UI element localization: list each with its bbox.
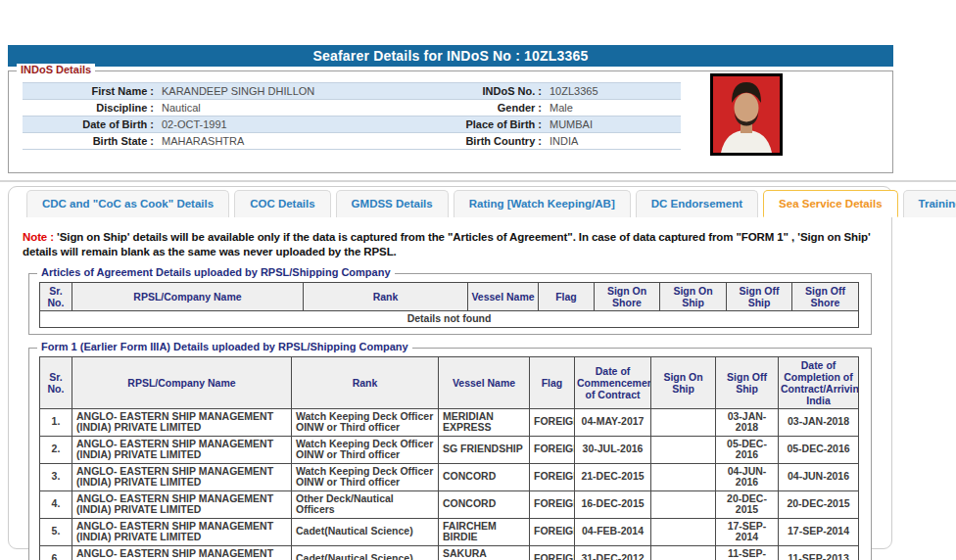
indos-row: Discipline : Nautical Gender : Male bbox=[23, 100, 681, 117]
table-row: 4. ANGLO- EASTERN SHIP MANAGEMENT (INDIA… bbox=[40, 490, 859, 518]
first-name-value: KARANDEEP SINGH DHILLON bbox=[158, 83, 405, 100]
cell-sign-on-ship bbox=[651, 408, 716, 436]
col-sr-no: Sr. No. bbox=[40, 356, 72, 408]
note-text: 'Sign on Ship' details will be available… bbox=[23, 231, 871, 257]
seafarer-portrait-graphic bbox=[713, 76, 780, 153]
cell-vessel: CONCORD bbox=[439, 463, 530, 490]
page-title: Seafarer Details for INDoS No : 10ZL3365 bbox=[8, 45, 893, 67]
cell-flag: FOREIGN bbox=[530, 408, 575, 436]
first-name-label: First Name : bbox=[23, 83, 158, 100]
cell-sr: 3. bbox=[40, 463, 72, 490]
top-whitespace bbox=[0, 0, 956, 45]
cell-sr: 6. bbox=[40, 545, 72, 560]
col-sign-on-ship: Sign On Ship bbox=[660, 283, 727, 311]
cell-completion: 20-DEC-2015 bbox=[779, 490, 859, 518]
cell-sign-off-ship: 04-JUN-2016 bbox=[716, 463, 779, 490]
col-flag: Flag bbox=[539, 283, 595, 311]
col-sign-off-ship: Sign Off Ship bbox=[716, 356, 779, 408]
indos-row: Birth State : MAHARASHTRA Birth Country … bbox=[23, 133, 681, 150]
cell-rank: Cadet(Nautical Science) bbox=[292, 518, 439, 545]
cell-company: ANGLO- EASTERN SHIP MANAGEMENT (INDIA) P… bbox=[72, 408, 292, 436]
col-sr-no: Sr. No. bbox=[40, 283, 72, 311]
cell-sign-off-ship: 11-SEP-2013 bbox=[716, 545, 779, 560]
tab-content-panel: CDC and "CoC as Cook" Details COC Detail… bbox=[8, 186, 892, 549]
cell-vessel: FAIRCHEM BIRDIE bbox=[439, 518, 530, 545]
cell-company: ANGLO- EASTERN SHIP MANAGEMENT (INDIA) P… bbox=[72, 490, 292, 518]
articles-empty-row: Details not found bbox=[40, 311, 859, 328]
tab-coc-details[interactable]: COC Details bbox=[234, 190, 330, 217]
table-row: 5. ANGLO- EASTERN SHIP MANAGEMENT (INDIA… bbox=[40, 518, 859, 545]
tab-dc-endorsement[interactable]: DC Endorsement bbox=[636, 190, 758, 217]
cell-sign-on-ship bbox=[651, 490, 716, 518]
cell-commencement: 16-DEC-2015 bbox=[575, 490, 651, 518]
cell-sr: 5. bbox=[40, 518, 72, 545]
tab-bar: CDC and "CoC as Cook" Details COC Detail… bbox=[19, 190, 882, 217]
indos-row: First Name : KARANDEEP SINGH DHILLON IND… bbox=[23, 83, 681, 100]
dob-label: Date of Birth : bbox=[23, 117, 158, 133]
cell-rank: Watch Keeping Deck Officer OINW or Third… bbox=[292, 408, 439, 436]
cell-sr: 2. bbox=[40, 436, 72, 463]
birth-state-value: MAHARASHTRA bbox=[158, 133, 405, 150]
articles-of-agreement-fieldset: Articles of Agreement Details uploaded b… bbox=[28, 273, 872, 335]
col-date-commencement: Date of Commencement of Contract bbox=[575, 356, 651, 408]
cell-flag: FOREIGN bbox=[530, 436, 575, 463]
indos-no-label: INDoS No. : bbox=[405, 83, 546, 100]
cell-commencement: 31-DEC-2012 bbox=[575, 545, 651, 560]
cell-company: ANGLO- EASTERN SHIP MANAGEMENT (INDIA) P… bbox=[72, 518, 292, 545]
col-sign-on-shore: Sign On Shore bbox=[595, 283, 660, 311]
dob-value: 02-OCT-1991 bbox=[158, 117, 405, 133]
cell-rank: Watch Keeping Deck Officer OINW or Third… bbox=[292, 463, 439, 490]
cell-sign-on-ship bbox=[651, 545, 716, 560]
note-prefix: Note : bbox=[23, 231, 54, 243]
cell-company: ANGLO- EASTERN SHIP MANAGEMENT (INDIA) P… bbox=[72, 463, 292, 490]
form1-fieldset: Form 1 (Earlier Form IIIA) Details uploa… bbox=[28, 348, 872, 560]
cell-vessel: MERIDIAN EXPRESS bbox=[439, 408, 530, 436]
cell-sign-off-ship: 03-JAN-2018 bbox=[716, 408, 779, 436]
discipline-label: Discipline : bbox=[23, 100, 158, 117]
cell-vessel: SG FRIENDSHIP bbox=[439, 436, 530, 463]
cell-company: ANGLO- EASTERN SHIP MANAGEMENT (INDIA) P… bbox=[72, 436, 292, 463]
cell-sign-off-ship: 05-DEC-2016 bbox=[716, 436, 779, 463]
col-rank: Rank bbox=[292, 356, 439, 408]
col-company: RPSL/Company Name bbox=[72, 356, 292, 408]
gender-label: Gender : bbox=[405, 100, 546, 117]
birth-state-label: Birth State : bbox=[23, 133, 158, 150]
cell-vessel: SAKURA GLORY bbox=[439, 545, 530, 560]
form1-legend: Form 1 (Earlier Form IIIA) Details uploa… bbox=[37, 341, 412, 352]
cell-completion: 11-SEP-2013 bbox=[779, 545, 859, 560]
cell-flag: FOREIGN bbox=[530, 463, 575, 490]
col-vessel: Vessel Name bbox=[439, 356, 530, 408]
table-row: 6. ANGLO- EASTERN SHIP MANAGEMENT (INDIA… bbox=[40, 545, 859, 560]
indos-no-value: 10ZL3365 bbox=[546, 83, 681, 100]
tab-cdc-coc-cook-details[interactable]: CDC and "CoC as Cook" Details bbox=[26, 190, 229, 217]
articles-legend: Articles of Agreement Details uploaded b… bbox=[37, 266, 395, 278]
cell-sign-on-ship bbox=[651, 518, 716, 545]
col-rank: Rank bbox=[304, 283, 468, 311]
tab-training-details[interactable]: Training Details bbox=[903, 190, 956, 217]
cell-vessel: CONCORD bbox=[439, 490, 530, 518]
col-vessel: Vessel Name bbox=[468, 283, 539, 311]
table-row: 2. ANGLO- EASTERN SHIP MANAGEMENT (INDIA… bbox=[40, 436, 859, 463]
indos-row: Date of Birth : 02-OCT-1991 Place of Bir… bbox=[23, 117, 681, 133]
cell-sign-off-ship: 20-DEC-2015 bbox=[716, 490, 779, 518]
form1-header-row: Sr. No. RPSL/Company Name Rank Vessel Na… bbox=[40, 356, 859, 408]
cell-sr: 4. bbox=[40, 490, 72, 518]
table-row: 3. ANGLO- EASTERN SHIP MANAGEMENT (INDIA… bbox=[40, 463, 859, 490]
tab-rating-watch-keeping[interactable]: Rating [Watch Keeping/AB] bbox=[454, 190, 631, 217]
cell-completion: 17-SEP-2014 bbox=[779, 518, 859, 545]
cell-flag: FOREIGN bbox=[530, 490, 575, 518]
cell-sign-on-ship bbox=[651, 436, 716, 463]
cell-sign-on-ship bbox=[651, 463, 716, 490]
cell-sr: 1. bbox=[40, 408, 72, 436]
col-sign-on-ship: Sign On Ship bbox=[651, 356, 716, 408]
col-flag: Flag bbox=[530, 356, 575, 408]
tab-gmdss-details[interactable]: GMDSS Details bbox=[336, 190, 449, 217]
place-of-birth-label: Place of Birth : bbox=[405, 117, 546, 133]
cell-commencement: 21-DEC-2015 bbox=[575, 463, 651, 490]
details-not-found-message: Details not found bbox=[40, 311, 859, 328]
cell-company: ANGLO- EASTERN SHIP MANAGEMENT (INDIA) P… bbox=[72, 545, 292, 560]
tab-sea-service-details[interactable]: Sea Service Details bbox=[763, 190, 898, 217]
cell-commencement: 04-MAY-2017 bbox=[575, 408, 651, 436]
col-company: RPSL/Company Name bbox=[72, 283, 304, 311]
seafarer-photo bbox=[710, 73, 783, 156]
